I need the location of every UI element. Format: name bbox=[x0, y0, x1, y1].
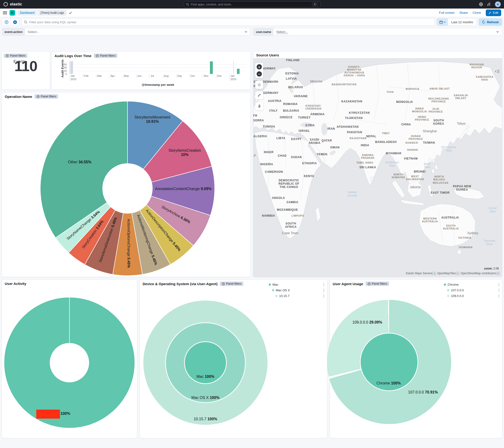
donut-hole bbox=[50, 343, 89, 382]
map-label-sea: Sulu Sea bbox=[424, 162, 431, 169]
attribution-link[interactable]: OpenMapTiles bbox=[437, 272, 456, 275]
map-label-country: SOUTH KOREA bbox=[433, 119, 444, 125]
newsfeed-icon[interactable] bbox=[487, 2, 491, 6]
map-label-city: Cape Town bbox=[282, 231, 298, 235]
map-label-country: PAPUA NEW GUINEA bbox=[453, 185, 471, 191]
control-value[interactable]: Select... bbox=[25, 30, 245, 34]
check-icon[interactable] bbox=[69, 11, 72, 15]
attribution-link[interactable]: Elastic Maps Service bbox=[406, 272, 432, 275]
map-label-region: BASHKORTOSTAN bbox=[332, 83, 356, 86]
legend-item-109.0.0.0[interactable]: 109.0.0.0 bbox=[443, 294, 500, 298]
zoom-out-button[interactable]: − bbox=[257, 71, 262, 76]
control-user-name[interactable]: user.name Select... bbox=[253, 28, 502, 36]
help-icon[interactable] bbox=[479, 2, 483, 6]
zoom-in-button[interactable]: + bbox=[257, 64, 262, 70]
map-label-country: KENYA bbox=[304, 174, 314, 178]
x-tick: Feb bbox=[83, 75, 88, 78]
map-label-country: LATVIA bbox=[286, 77, 297, 80]
map-label-country: PAKISTAN bbox=[347, 131, 362, 134]
panel-filters-badge[interactable]: Panel filters bbox=[94, 54, 117, 58]
chevron-down-icon bbox=[444, 21, 446, 23]
gridline bbox=[70, 68, 246, 68]
x-tick: Oct bbox=[190, 75, 195, 78]
map-label-city: Tokyo bbox=[457, 122, 466, 125]
wrench-icon bbox=[257, 104, 261, 108]
legend-item-107.0.0.0[interactable]: 107.0.0.0 bbox=[443, 288, 500, 293]
search-icon bbox=[186, 3, 189, 6]
histogram-bar[interactable] bbox=[210, 61, 213, 74]
legend-actions-icon[interactable] bbox=[498, 282, 500, 287]
expand-map-button[interactable] bbox=[255, 91, 263, 99]
device-os-legend: MacMac OS X10.15.7 bbox=[268, 282, 325, 298]
elastic-logo[interactable]: elastic bbox=[3, 2, 22, 7]
breadcrumb-dashboard[interactable]: Dashboard bbox=[18, 10, 38, 16]
legend-item-10.15.7[interactable]: 10.15.7 bbox=[268, 294, 325, 298]
legend-actions-icon[interactable] bbox=[498, 288, 500, 292]
legend-item-Mac OS X[interactable]: Mac OS X bbox=[268, 288, 325, 293]
map-label-region: HUNAN PROVINCE bbox=[409, 135, 423, 140]
y-tick: 20 bbox=[64, 70, 67, 72]
legend-actions-icon[interactable] bbox=[323, 294, 325, 298]
share-link[interactable]: Share bbox=[459, 11, 468, 15]
x-tick: Dec bbox=[216, 75, 222, 78]
panel-filters-badge[interactable]: Panel filters bbox=[366, 281, 389, 286]
map-label-region: TUVA bbox=[386, 91, 394, 93]
map-label-country: ALGERIA bbox=[253, 135, 267, 138]
control-value[interactable]: Select... bbox=[273, 30, 496, 34]
map-canvas[interactable]: FINLANDNORWAYESTONIALATVIADENMARKMoscowB… bbox=[253, 58, 502, 277]
filter-in-circle-icon bbox=[222, 282, 225, 285]
legend-item-Mac[interactable]: Mac bbox=[268, 282, 325, 287]
full-screen-link[interactable]: Full screen bbox=[439, 11, 454, 15]
map-label-region: TAMIL NADU bbox=[356, 161, 373, 164]
global-search-input[interactable]: Find apps, content, and more. ⌘/ bbox=[184, 1, 320, 7]
kql-query-input[interactable]: Filter your data using KQL syntax bbox=[21, 18, 435, 26]
panel-filters-badge[interactable]: Panel filters bbox=[4, 54, 27, 58]
control-event-action[interactable]: event.action Select... bbox=[2, 28, 251, 36]
legend-label: Mac bbox=[272, 283, 278, 286]
legend-dot bbox=[447, 289, 449, 291]
control-label: user.name bbox=[253, 28, 273, 35]
map-label-region: KAMCHATKA KRAI bbox=[476, 75, 494, 81]
histogram-bar[interactable] bbox=[237, 69, 240, 74]
legend-actions-icon[interactable] bbox=[323, 288, 325, 292]
x-tick: Jan 2022 bbox=[70, 75, 76, 81]
map-label-country: SUDAN bbox=[291, 155, 302, 159]
breadcrumb-current: [Tines] Audit Logs bbox=[37, 10, 66, 16]
map-label-region: MAGADAN REGION bbox=[470, 63, 484, 69]
time-range-value[interactable]: Last 12 months bbox=[448, 19, 476, 26]
crosshair-icon bbox=[257, 83, 261, 87]
legend-actions-icon[interactable] bbox=[323, 282, 325, 287]
map-label-country: DEMOCRATIC REPUBLIC OF THE CONGO bbox=[278, 179, 299, 189]
legend-item-Chrome[interactable]: Chrome bbox=[443, 282, 500, 287]
gridline bbox=[70, 71, 246, 71]
y-tick: 0 bbox=[65, 73, 67, 75]
collapse-legend-button[interactable] bbox=[495, 70, 500, 73]
panel-filters-badge[interactable]: Panel filters bbox=[35, 94, 58, 99]
map-label-country: AFGHANISTAN bbox=[337, 125, 359, 129]
user-avatar[interactable]: e bbox=[495, 1, 501, 7]
refresh-button[interactable]: Refresh bbox=[479, 18, 502, 26]
map-label-country: MYANMAR bbox=[386, 152, 401, 155]
clone-link[interactable]: Clone bbox=[472, 11, 481, 15]
map-label-country: ZAMBIA bbox=[287, 201, 298, 204]
attribution-link[interactable]: OpenStreetMap contributors bbox=[461, 272, 496, 275]
legend-dot bbox=[447, 295, 449, 297]
map-tools-button[interactable] bbox=[255, 102, 263, 110]
date-quick-select-button[interactable] bbox=[437, 19, 448, 26]
fit-to-data-button[interactable] bbox=[255, 81, 263, 89]
histogram-bar[interactable] bbox=[70, 61, 73, 74]
add-filter-button[interactable] bbox=[11, 19, 19, 26]
map-label-region: GUANGXI bbox=[405, 141, 418, 144]
map-label-region: NORTH MALUKU bbox=[433, 175, 445, 181]
edit-button[interactable]: Edit bbox=[486, 9, 501, 16]
panel-filters-badge[interactable]: Panel filters bbox=[220, 281, 243, 286]
map-label-country: IRAN bbox=[327, 127, 335, 130]
saved-query-icon[interactable] bbox=[2, 19, 11, 26]
metric-value: 110 bbox=[14, 58, 37, 74]
map-label-region: NORTH SUMATRA bbox=[392, 173, 405, 179]
menu-icon[interactable] bbox=[3, 11, 7, 14]
collapse-legend-icon bbox=[495, 70, 500, 73]
map-label-country: TAJIKISTAN bbox=[345, 116, 363, 120]
space-avatar[interactable]: D bbox=[9, 10, 15, 16]
legend-actions-icon[interactable] bbox=[498, 294, 500, 298]
